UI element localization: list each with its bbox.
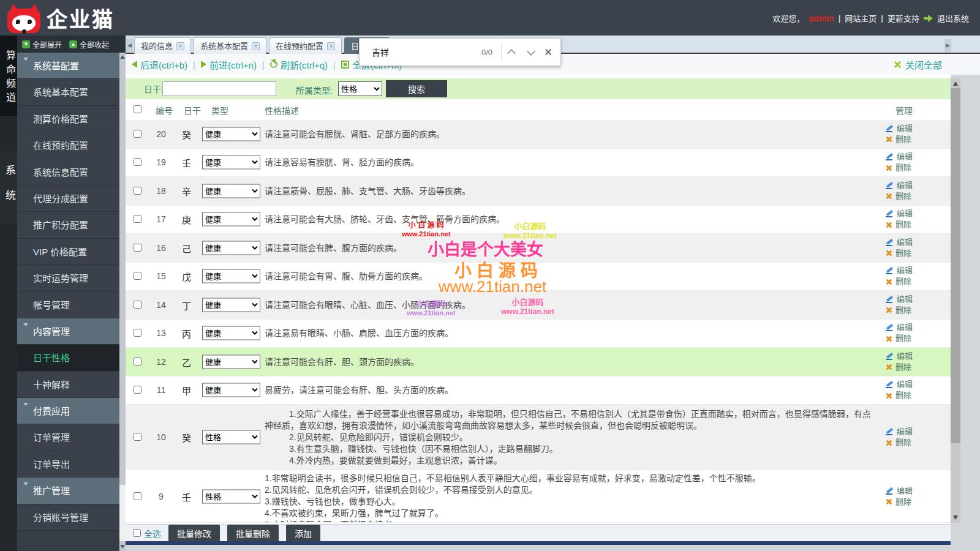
sidebar-item-测算价格配置[interactable]: 测算价格配置	[17, 106, 126, 132]
tab-close-icon[interactable]	[176, 42, 184, 50]
row-type-select[interactable]: 健康	[202, 269, 260, 283]
delete-link[interactable]: 删除	[886, 362, 924, 373]
channel-system[interactable]: 系统	[0, 151, 17, 223]
type-filter-select[interactable]: 性格	[338, 81, 382, 96]
edit-link[interactable]: 编辑	[886, 322, 924, 333]
sidebar-item-十神解释[interactable]: 十神解释	[17, 372, 126, 398]
sidebar-item-在线预约配置[interactable]: 在线预约配置	[17, 132, 126, 159]
delete-link[interactable]: 删除	[886, 437, 924, 448]
edit-link[interactable]: 编辑	[886, 237, 924, 248]
search-button[interactable]: 搜索	[386, 80, 447, 97]
tab-close-icon[interactable]	[327, 42, 335, 50]
delete-link[interactable]: 删除	[886, 333, 924, 344]
scroll-down-icon[interactable]	[953, 515, 958, 520]
edit-link[interactable]: 编辑	[886, 294, 924, 305]
row-checkbox[interactable]	[134, 215, 141, 223]
forward-button[interactable]: 前进(ctrl+n)	[201, 58, 257, 71]
edit-link[interactable]: 编辑	[886, 426, 924, 437]
tab-在线预约配置[interactable]: 在线预约配置	[269, 37, 342, 54]
row-type-select[interactable]: 健康	[202, 383, 260, 397]
scroll-up-icon[interactable]	[120, 55, 125, 59]
sidebar-item-订单管理[interactable]: 订单管理	[17, 424, 126, 451]
sidebar-item-帐号管理[interactable]: 帐号管理	[17, 292, 126, 318]
sidebar-item-分销账号管理[interactable]: 分销账号管理	[17, 504, 126, 531]
tab-close-icon[interactable]	[252, 42, 260, 50]
refresh-button[interactable]: 刷新(ctrl+q)	[270, 58, 328, 71]
edit-link[interactable]: 编辑	[886, 265, 924, 276]
row-checkbox[interactable]	[134, 301, 141, 309]
collapse-all-button[interactable]: ▲ 全部收起	[69, 39, 109, 50]
row-checkbox[interactable]	[134, 433, 141, 441]
content-scrollbar[interactable]	[951, 78, 960, 523]
delete-link[interactable]: 删除	[886, 305, 924, 316]
row-type-select[interactable]: 健康	[202, 326, 260, 340]
edit-link[interactable]: 编辑	[886, 351, 924, 362]
row-checkbox[interactable]	[134, 358, 141, 365]
delete-link[interactable]: 删除	[886, 276, 924, 287]
batch-edit-button[interactable]: 批量修改	[168, 525, 220, 542]
delete-link[interactable]: 删除	[886, 497, 924, 508]
row-checkbox[interactable]	[134, 187, 141, 195]
sidebar-item-系统基配置[interactable]: 系统基配置	[17, 53, 126, 79]
edit-link[interactable]: 编辑	[886, 379, 924, 390]
edit-link[interactable]: 编辑	[886, 123, 924, 134]
logout-link[interactable]: 退出系统	[937, 12, 969, 24]
delete-link[interactable]: 删除	[886, 248, 924, 259]
sidebar-item-订单导出[interactable]: 订单导出	[17, 451, 126, 478]
scrollbar-thumb[interactable]	[119, 485, 126, 541]
row-checkbox[interactable]	[134, 244, 141, 252]
sidebar-item-实时运势管理[interactable]: 实时运势管理	[17, 265, 126, 291]
row-type-select[interactable]: 健康	[202, 212, 260, 227]
edit-link[interactable]: 编辑	[886, 485, 924, 497]
close-all-button[interactable]: 关闭全部	[894, 58, 942, 71]
sidebar-scrollbar[interactable]	[119, 53, 126, 551]
row-type-select[interactable]: 性格	[202, 430, 260, 444]
row-type-select[interactable]: 健康	[202, 241, 260, 255]
channel-fortune[interactable]: 算命频道	[0, 36, 17, 116]
sidebar-item-代理分成配置[interactable]: 代理分成配置	[17, 186, 126, 212]
delete-link[interactable]: 删除	[886, 162, 924, 173]
select-all-checkbox[interactable]	[133, 529, 141, 537]
sidebar-item-日干性格[interactable]: 日干性格	[17, 345, 126, 371]
delete-link[interactable]: 删除	[886, 191, 924, 202]
row-type-select[interactable]: 健康	[202, 127, 260, 141]
row-type-select[interactable]: 健康	[202, 184, 260, 198]
row-type-select[interactable]: 健康	[202, 298, 260, 312]
edit-link[interactable]: 编辑	[886, 208, 924, 219]
sidebar-item-付费应用[interactable]: 付费应用	[17, 398, 126, 424]
find-previous-button[interactable]	[508, 49, 514, 55]
back-button[interactable]: 后退(ctrl+b)	[132, 58, 187, 71]
delete-link[interactable]: 删除	[886, 390, 924, 401]
find-close-button[interactable]	[545, 48, 552, 56]
row-checkbox[interactable]	[134, 492, 141, 500]
row-type-select[interactable]: 健康	[202, 156, 260, 170]
tab-scroll-right-button[interactable]: ▶	[944, 39, 951, 52]
edit-link[interactable]: 编辑	[886, 151, 924, 162]
row-type-select[interactable]: 性格	[202, 489, 260, 503]
add-button[interactable]: 添加	[286, 525, 320, 542]
sidebar-item-推广积分配置[interactable]: 推广积分配置	[17, 212, 126, 238]
edit-link[interactable]: 编辑	[886, 180, 924, 191]
batch-delete-button[interactable]: 批量删除	[227, 525, 279, 542]
row-checkbox[interactable]	[134, 386, 141, 394]
select-all-header-checkbox[interactable]	[134, 105, 141, 113]
update-support-link[interactable]: 更新支持	[888, 12, 919, 24]
scroll-up-icon[interactable]	[953, 81, 958, 86]
row-checkbox[interactable]	[134, 130, 141, 138]
row-type-select[interactable]: 健康	[202, 354, 260, 369]
row-checkbox[interactable]	[134, 272, 141, 280]
delete-link[interactable]: 删除	[886, 134, 924, 145]
scrollbar-thumb[interactable]	[951, 88, 960, 443]
row-checkbox[interactable]	[134, 329, 141, 337]
expand-all-button[interactable]: ▼ 全部展开	[22, 39, 62, 50]
find-query-input[interactable]: 吉祥	[372, 46, 481, 58]
delete-link[interactable]: 删除	[886, 219, 924, 230]
sidebar-item-系统基本配置[interactable]: 系统基本配置	[17, 79, 126, 105]
site-home-link[interactable]: 网站主页	[845, 12, 876, 24]
find-next-button[interactable]	[528, 49, 534, 55]
gan-filter-input[interactable]	[162, 81, 276, 96]
sidebar-item-系统信息配置[interactable]: 系统信息配置	[17, 159, 126, 186]
scroll-down-icon[interactable]	[120, 545, 125, 549]
row-checkbox[interactable]	[134, 158, 141, 166]
sidebar-item-推广管理[interactable]: 推广管理	[17, 478, 126, 504]
